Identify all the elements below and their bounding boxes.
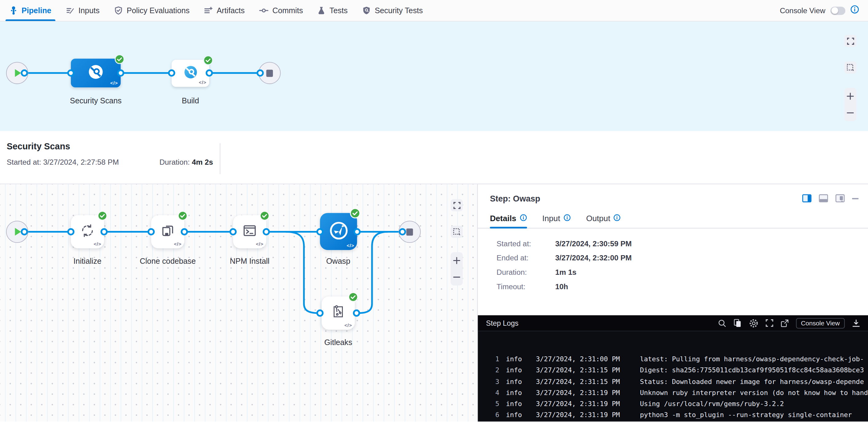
open-in-new-icon[interactable] — [780, 319, 789, 327]
step-node-npm-install[interactable]: </> — [233, 215, 266, 249]
log-level: info — [499, 410, 536, 421]
connector-dot — [148, 228, 155, 235]
stop-icon — [267, 69, 273, 76]
tab-policy-evaluations[interactable]: Policy Evaluations — [107, 0, 197, 21]
marquee-select-button[interactable] — [451, 226, 463, 238]
zoom-out-button[interactable] — [451, 269, 463, 286]
zoom-controls — [451, 252, 463, 285]
log-line: 1info3/27/2024, 2:31:00 PMlatest: Pullin… — [486, 354, 868, 365]
code-badge: </> — [256, 241, 264, 247]
gitleaks-icon — [330, 304, 346, 322]
fullscreen-icon[interactable] — [766, 319, 773, 327]
tab-security-tests[interactable]: Security Tests — [355, 0, 430, 21]
tab-tests[interactable]: Tests — [310, 0, 355, 21]
connector-dot — [100, 228, 107, 235]
step-label[interactable]: Owasp — [326, 257, 350, 266]
layout-bottom-view-icon[interactable] — [819, 194, 829, 203]
duration-value: 4m 2s — [192, 158, 213, 166]
settings-gear-icon[interactable] — [749, 318, 758, 328]
clone-codebase-icon — [159, 222, 176, 241]
top-nav: Pipeline Inputs Policy Evaluations Artif… — [0, 0, 868, 22]
success-check-icon — [97, 211, 107, 221]
info-icon[interactable] — [520, 214, 527, 223]
log-line-number: 1 — [486, 354, 499, 365]
connector-dot — [353, 228, 361, 235]
tab-artifacts[interactable]: Artifacts — [197, 0, 252, 21]
stage-node-build[interactable]: </> — [172, 60, 209, 87]
layout-right-view-icon[interactable] — [802, 194, 812, 203]
tab-label: Commits — [272, 6, 303, 15]
step-details-top: Step: Owasp Details Input — [478, 184, 868, 315]
info-icon[interactable] — [850, 5, 859, 16]
shield-check-icon — [114, 6, 123, 15]
zoom-in-button[interactable] — [844, 88, 856, 105]
pipeline-icon — [9, 6, 18, 15]
step-node-clone-codebase[interactable]: </> — [151, 215, 184, 249]
zoom-out-button[interactable] — [844, 105, 856, 121]
detail-value: 3/27/2024, 2:32:00 PM — [555, 254, 868, 262]
console-view-toggle[interactable] — [830, 6, 845, 15]
download-icon[interactable] — [852, 319, 860, 327]
log-time: 3/27/2024, 2:31:15 PM — [536, 376, 640, 387]
execution-main: </> </> </> </> — [0, 184, 868, 422]
detail-label: Duration: — [497, 268, 555, 277]
info-icon[interactable] — [614, 214, 621, 223]
layout-floating-view-icon[interactable] — [835, 194, 845, 203]
log-line: 2info3/27/2024, 2:31:15 PMDigest: sha256… — [486, 365, 868, 376]
tab-commits[interactable]: Commits — [252, 0, 310, 21]
stage-info-title: Security Scans — [7, 142, 70, 152]
success-check-icon — [115, 54, 124, 64]
tab-label: Policy Evaluations — [127, 6, 190, 15]
log-time: 3/27/2024, 2:31:19 PM — [536, 398, 640, 410]
fullscreen-button[interactable] — [844, 35, 856, 47]
log-time: 3/27/2024, 2:31:19 PM — [536, 410, 640, 421]
connector-dot — [168, 69, 175, 76]
copy-icon[interactable] — [734, 319, 742, 328]
detail-label: Timeout: — [497, 283, 555, 291]
connector-dot — [67, 69, 74, 76]
tab-details[interactable]: Details — [490, 214, 527, 228]
minimize-icon[interactable] — [852, 197, 859, 199]
log-line-number: 3 — [486, 376, 499, 387]
stage-node-security-scans[interactable]: </> — [71, 59, 121, 88]
step-logs-toolbar: Console View — [718, 318, 860, 328]
step-node-owasp[interactable]: </> — [320, 213, 357, 250]
fullscreen-button[interactable] — [451, 199, 463, 211]
step-label[interactable]: Clone codebase — [140, 257, 196, 266]
stage-graph: </> </> Security Scans Build — [0, 22, 868, 131]
tab-input[interactable]: Input — [542, 214, 570, 228]
log-line-number: 5 — [486, 398, 499, 410]
zoom-in-button[interactable] — [451, 252, 463, 269]
step-node-gitleaks[interactable]: </> — [322, 297, 355, 330]
log-message: latest: Pulling from harness/owasp-depen… — [640, 354, 864, 365]
artifacts-icon — [204, 6, 213, 15]
step-label[interactable]: Initialize — [73, 257, 101, 266]
ci-stage-icon — [88, 63, 104, 82]
stage-label[interactable]: Security Scans — [70, 96, 122, 105]
step-graph-canvas: </> </> </> </> — [0, 184, 478, 422]
step-label[interactable]: Gitleaks — [324, 338, 352, 347]
log-level: info — [499, 376, 536, 387]
divider — [220, 143, 220, 174]
step-detail-rows: Started at: 3/27/2024, 2:30:59 PM Ended … — [478, 228, 868, 291]
tab-label: Pipeline — [22, 6, 51, 15]
marquee-select-button[interactable] — [844, 61, 856, 74]
success-check-icon — [203, 55, 213, 65]
step-logs-panel: Step Logs Console View 1info3/27/2024, 2… — [478, 315, 868, 421]
step-logs-body[interactable]: 1info3/27/2024, 2:31:00 PMlatest: Pullin… — [478, 331, 868, 421]
log-line-number: 2 — [486, 365, 499, 376]
step-canvas-controls — [451, 199, 463, 285]
step-tabs: Details Input Output — [478, 214, 868, 228]
stage-label[interactable]: Build — [182, 96, 199, 105]
step-label[interactable]: NPM Install — [230, 257, 270, 266]
console-view-button[interactable]: Console View — [796, 318, 845, 328]
tab-inputs[interactable]: Inputs — [59, 0, 107, 21]
tab-output[interactable]: Output — [586, 214, 621, 228]
terminal-icon — [241, 222, 258, 241]
search-icon[interactable] — [718, 319, 726, 327]
step-node-initialize[interactable]: </> — [71, 215, 104, 249]
tab-label: Security Tests — [375, 6, 423, 15]
tab-pipeline[interactable]: Pipeline — [2, 0, 58, 21]
stage-canvas-controls — [844, 35, 856, 121]
info-icon[interactable] — [563, 214, 570, 223]
